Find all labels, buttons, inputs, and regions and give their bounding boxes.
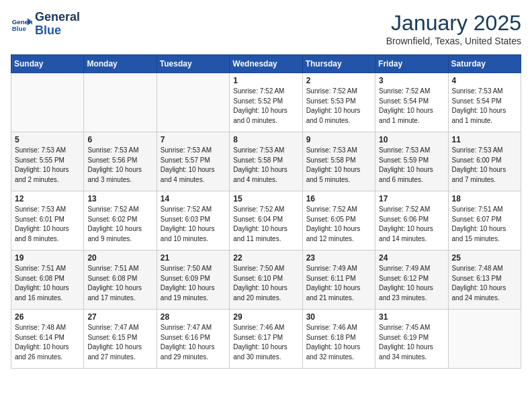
day-info: Sunrise: 7:51 AM Sunset: 6:07 PM Dayligh… (452, 205, 517, 244)
calendar-cell (11, 73, 84, 132)
day-number: 29 (233, 312, 298, 322)
title-block: January 2025 Brownfield, Texas, United S… (386, 11, 521, 46)
day-number: 18 (452, 194, 517, 203)
day-number: 31 (379, 312, 444, 322)
day-info: Sunrise: 7:53 AM Sunset: 6:00 PM Dayligh… (452, 146, 517, 185)
week-row-3: 12Sunrise: 7:53 AM Sunset: 6:01 PM Dayli… (11, 191, 521, 250)
weekday-header-friday: Friday (375, 55, 448, 73)
calendar-cell: 9Sunrise: 7:53 AM Sunset: 5:58 PM Daylig… (302, 132, 375, 191)
day-number: 15 (233, 194, 298, 203)
day-info: Sunrise: 7:48 AM Sunset: 6:14 PM Dayligh… (15, 323, 80, 362)
calendar-cell: 20Sunrise: 7:51 AM Sunset: 6:08 PM Dayli… (84, 250, 157, 310)
calendar-cell: 21Sunrise: 7:50 AM Sunset: 6:09 PM Dayli… (157, 250, 229, 310)
calendar-cell: 19Sunrise: 7:51 AM Sunset: 6:08 PM Dayli… (11, 250, 84, 310)
calendar-cell: 30Sunrise: 7:46 AM Sunset: 6:18 PM Dayli… (302, 310, 375, 369)
day-info: Sunrise: 7:52 AM Sunset: 5:52 PM Dayligh… (233, 87, 298, 126)
weekday-header-row: SundayMondayTuesdayWednesdayThursdayFrid… (11, 55, 521, 73)
logo-icon: General Blue (11, 13, 32, 35)
month-title: January 2025 (386, 11, 521, 36)
day-info: Sunrise: 7:45 AM Sunset: 6:19 PM Dayligh… (379, 323, 444, 362)
calendar-cell (84, 73, 157, 132)
logo-text-general: General (35, 11, 80, 24)
day-number: 7 (161, 135, 226, 144)
calendar-cell: 18Sunrise: 7:51 AM Sunset: 6:07 PM Dayli… (448, 191, 521, 250)
day-number: 23 (306, 253, 371, 263)
day-number: 10 (379, 135, 444, 144)
day-number: 11 (452, 135, 517, 144)
weekday-header-sunday: Sunday (11, 55, 84, 73)
day-info: Sunrise: 7:53 AM Sunset: 5:58 PM Dayligh… (233, 146, 298, 185)
weekday-header-thursday: Thursday (302, 55, 375, 73)
day-number: 6 (87, 135, 152, 144)
week-row-5: 26Sunrise: 7:48 AM Sunset: 6:14 PM Dayli… (11, 310, 521, 369)
day-number: 8 (233, 135, 298, 144)
day-info: Sunrise: 7:51 AM Sunset: 6:08 PM Dayligh… (87, 264, 152, 303)
day-info: Sunrise: 7:49 AM Sunset: 6:12 PM Dayligh… (379, 264, 444, 303)
calendar-cell: 8Sunrise: 7:53 AM Sunset: 5:58 PM Daylig… (230, 132, 302, 191)
day-info: Sunrise: 7:53 AM Sunset: 5:58 PM Dayligh… (306, 146, 371, 185)
calendar-cell: 17Sunrise: 7:52 AM Sunset: 6:06 PM Dayli… (375, 191, 448, 250)
calendar-cell: 28Sunrise: 7:47 AM Sunset: 6:16 PM Dayli… (157, 310, 229, 369)
day-number: 30 (306, 312, 371, 322)
week-row-2: 5Sunrise: 7:53 AM Sunset: 5:55 PM Daylig… (11, 132, 521, 191)
calendar-cell (157, 73, 229, 132)
calendar-cell (448, 310, 521, 369)
calendar-cell: 22Sunrise: 7:50 AM Sunset: 6:10 PM Dayli… (230, 250, 302, 310)
weekday-header-tuesday: Tuesday (157, 55, 229, 73)
day-info: Sunrise: 7:49 AM Sunset: 6:11 PM Dayligh… (306, 264, 371, 303)
logo-text-blue: Blue (35, 24, 80, 38)
calendar-cell: 31Sunrise: 7:45 AM Sunset: 6:19 PM Dayli… (375, 310, 448, 369)
calendar-cell: 29Sunrise: 7:46 AM Sunset: 6:17 PM Dayli… (230, 310, 302, 369)
week-row-1: 1Sunrise: 7:52 AM Sunset: 5:52 PM Daylig… (11, 73, 521, 132)
calendar-cell: 5Sunrise: 7:53 AM Sunset: 5:55 PM Daylig… (11, 132, 84, 191)
day-number: 13 (87, 194, 152, 203)
day-number: 12 (15, 194, 80, 203)
day-number: 25 (452, 253, 517, 263)
calendar-cell: 1Sunrise: 7:52 AM Sunset: 5:52 PM Daylig… (230, 73, 302, 132)
calendar-cell: 27Sunrise: 7:47 AM Sunset: 6:15 PM Dayli… (84, 310, 157, 369)
weekday-header-monday: Monday (84, 55, 157, 73)
day-number: 21 (161, 253, 226, 263)
day-number: 2 (306, 76, 371, 85)
day-number: 26 (15, 312, 80, 322)
location: Brownfield, Texas, United States (386, 36, 521, 46)
calendar-cell: 6Sunrise: 7:53 AM Sunset: 5:56 PM Daylig… (84, 132, 157, 191)
calendar-cell: 10Sunrise: 7:53 AM Sunset: 5:59 PM Dayli… (375, 132, 448, 191)
day-info: Sunrise: 7:53 AM Sunset: 5:59 PM Dayligh… (379, 146, 444, 185)
calendar-cell: 26Sunrise: 7:48 AM Sunset: 6:14 PM Dayli… (11, 310, 84, 369)
weekday-header-saturday: Saturday (448, 55, 521, 73)
day-info: Sunrise: 7:52 AM Sunset: 5:54 PM Dayligh… (379, 87, 444, 126)
day-number: 19 (15, 253, 80, 263)
calendar-cell: 3Sunrise: 7:52 AM Sunset: 5:54 PM Daylig… (375, 73, 448, 132)
day-info: Sunrise: 7:47 AM Sunset: 6:16 PM Dayligh… (161, 323, 226, 362)
day-info: Sunrise: 7:52 AM Sunset: 6:02 PM Dayligh… (87, 205, 152, 244)
day-info: Sunrise: 7:52 AM Sunset: 5:53 PM Dayligh… (306, 87, 371, 126)
svg-text:Blue: Blue (12, 25, 27, 32)
day-number: 20 (87, 253, 152, 263)
day-number: 1 (233, 76, 298, 85)
day-info: Sunrise: 7:50 AM Sunset: 6:10 PM Dayligh… (233, 264, 298, 303)
day-number: 28 (161, 312, 226, 322)
calendar-cell: 23Sunrise: 7:49 AM Sunset: 6:11 PM Dayli… (302, 250, 375, 310)
calendar-cell: 24Sunrise: 7:49 AM Sunset: 6:12 PM Dayli… (375, 250, 448, 310)
day-info: Sunrise: 7:47 AM Sunset: 6:15 PM Dayligh… (87, 323, 152, 362)
calendar-cell: 15Sunrise: 7:52 AM Sunset: 6:04 PM Dayli… (230, 191, 302, 250)
day-number: 22 (233, 253, 298, 263)
page-header: General Blue General Blue January 2025 B… (11, 11, 521, 46)
day-info: Sunrise: 7:53 AM Sunset: 5:54 PM Dayligh… (452, 87, 517, 126)
calendar-cell: 25Sunrise: 7:48 AM Sunset: 6:13 PM Dayli… (448, 250, 521, 310)
day-info: Sunrise: 7:52 AM Sunset: 6:06 PM Dayligh… (379, 205, 444, 244)
calendar-cell: 11Sunrise: 7:53 AM Sunset: 6:00 PM Dayli… (448, 132, 521, 191)
day-info: Sunrise: 7:53 AM Sunset: 5:55 PM Dayligh… (15, 146, 80, 185)
calendar-cell: 12Sunrise: 7:53 AM Sunset: 6:01 PM Dayli… (11, 191, 84, 250)
calendar-cell: 13Sunrise: 7:52 AM Sunset: 6:02 PM Dayli… (84, 191, 157, 250)
day-info: Sunrise: 7:52 AM Sunset: 6:05 PM Dayligh… (306, 205, 371, 244)
day-number: 17 (379, 194, 444, 203)
calendar-cell: 4Sunrise: 7:53 AM Sunset: 5:54 PM Daylig… (448, 73, 521, 132)
calendar-cell: 2Sunrise: 7:52 AM Sunset: 5:53 PM Daylig… (302, 73, 375, 132)
day-info: Sunrise: 7:51 AM Sunset: 6:08 PM Dayligh… (15, 264, 80, 303)
day-info: Sunrise: 7:52 AM Sunset: 6:03 PM Dayligh… (161, 205, 226, 244)
day-number: 3 (379, 76, 444, 85)
day-number: 9 (306, 135, 371, 144)
calendar-table: SundayMondayTuesdayWednesdayThursdayFrid… (11, 54, 521, 369)
